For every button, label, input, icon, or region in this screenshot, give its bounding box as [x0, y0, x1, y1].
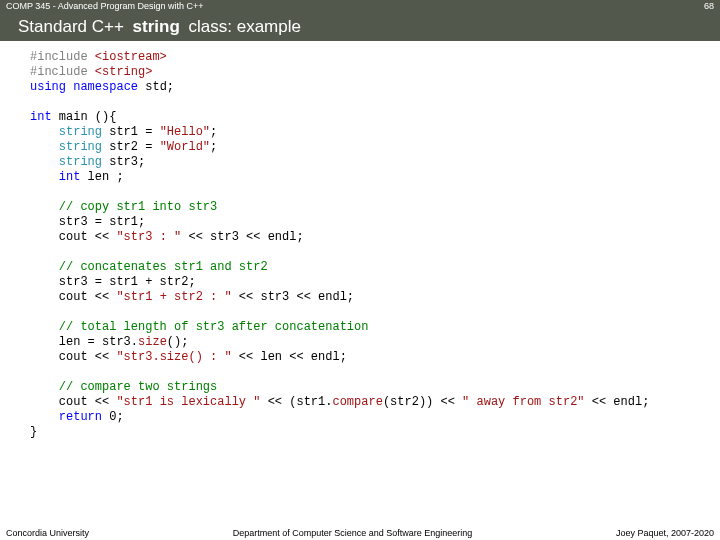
code-token: <string>	[95, 65, 153, 79]
code-token: int	[30, 110, 52, 124]
slide-title: Standard C++ string class: example	[18, 17, 301, 37]
code-comment: // compare two strings	[30, 380, 217, 394]
code-token: using	[30, 80, 66, 94]
code-token: "str1 + str2 : "	[116, 290, 231, 304]
code-token: str3;	[102, 155, 145, 169]
code-token: "str3.size() : "	[116, 350, 231, 364]
code-token: #include	[30, 50, 95, 64]
code-token: string	[30, 125, 102, 139]
code-token: string	[30, 155, 102, 169]
course-header: COMP 345 - Advanced Program Design with …	[0, 0, 720, 13]
slide-number: 68	[704, 0, 714, 13]
slide: COMP 345 - Advanced Program Design with …	[0, 0, 720, 540]
course-title: COMP 345 - Advanced Program Design with …	[6, 0, 203, 13]
title-bar: Standard C++ string class: example	[0, 13, 720, 41]
code-token: return	[30, 410, 102, 424]
code-token: str3 = str1 + str2;	[30, 275, 196, 289]
code-comment: // copy str1 into str3	[30, 200, 217, 214]
code-token: main (){	[52, 110, 117, 124]
title-bold: string	[133, 17, 180, 36]
code-token: "World"	[160, 140, 210, 154]
code-token: len = str3.	[30, 335, 138, 349]
code-token: << str3 << endl;	[232, 290, 354, 304]
footer-left: Concordia University	[6, 528, 89, 538]
code-token: ;	[210, 140, 217, 154]
code-token: compare	[332, 395, 382, 409]
code-token: 0;	[102, 410, 124, 424]
code-token: cout <<	[30, 350, 116, 364]
code-token: <iostream>	[95, 50, 167, 64]
footer-center: Department of Computer Science and Softw…	[233, 528, 473, 538]
footer: Concordia University Department of Compu…	[0, 525, 720, 540]
code-token: cout <<	[30, 230, 116, 244]
code-token: #include	[30, 65, 95, 79]
code-token: int	[30, 170, 80, 184]
code-token: ;	[210, 125, 217, 139]
code-token: std;	[138, 80, 174, 94]
code-token: << endl;	[585, 395, 650, 409]
code-token: cout <<	[30, 290, 116, 304]
code-comment: // concatenates str1 and str2	[30, 260, 268, 274]
code-token: str1 =	[102, 125, 160, 139]
title-post: class: example	[184, 17, 301, 36]
code-token: "str3 : "	[116, 230, 181, 244]
code-token: namespace	[66, 80, 138, 94]
code-comment: // total length of str3 after concatenat…	[30, 320, 368, 334]
code-token: cout <<	[30, 395, 116, 409]
title-pre: Standard C++	[18, 17, 129, 36]
code-token: string	[30, 140, 102, 154]
code-token: len ;	[80, 170, 123, 184]
code-token: str3 = str1;	[30, 215, 145, 229]
code-token: " away from str2"	[462, 395, 584, 409]
code-token: (str2)) <<	[383, 395, 462, 409]
footer-right: Joey Paquet, 2007-2020	[616, 528, 714, 538]
code-block: #include <iostream> #include <string> us…	[30, 50, 708, 440]
code-token: size	[138, 335, 167, 349]
code-token: << (str1.	[260, 395, 332, 409]
code-token: str2 =	[102, 140, 160, 154]
code-token: }	[30, 425, 37, 439]
code-token: "Hello"	[160, 125, 210, 139]
code-token: ();	[167, 335, 189, 349]
code-token: << len << endl;	[232, 350, 347, 364]
code-area: #include <iostream> #include <string> us…	[30, 50, 708, 520]
code-token: << str3 << endl;	[181, 230, 303, 244]
code-token: "str1 is lexically "	[116, 395, 260, 409]
